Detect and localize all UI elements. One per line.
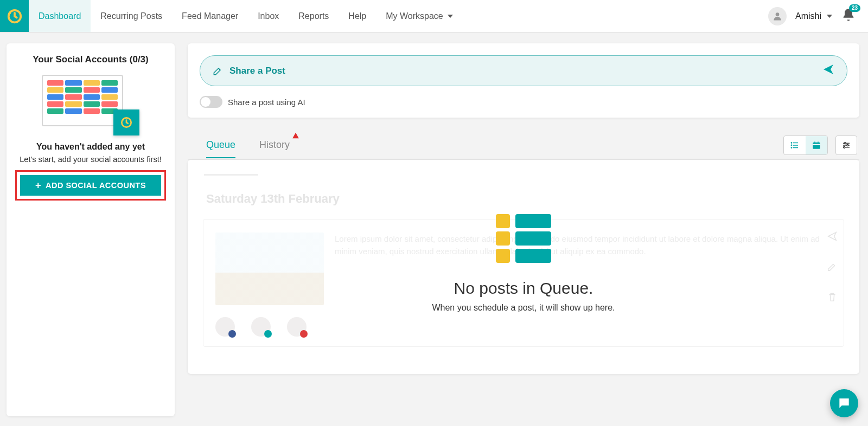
topbar: Dashboard Recurring Posts Feed Manager I… [0,0,868,33]
ghost-date: Saturday 13th February [206,192,850,206]
ai-toggle-label: Share a post using AI [228,98,305,107]
ghost-avatar [215,317,235,337]
main-column: Share a Post Share a post using AI Queue… [188,43,859,416]
tab-history-label: History [259,139,290,150]
share-card: Share a Post Share a post using AI [188,43,859,118]
share-post-input[interactable]: Share a Post [200,55,847,86]
page-body: Your Social Accounts (0/3) You haven't a… [0,33,868,416]
app-logo[interactable] [0,0,29,32]
nav-feed-manager[interactable]: Feed Manager [172,0,248,32]
nav-workspace-label: My Workspace [386,11,443,21]
share-post-label: Share a Post [229,66,285,76]
accounts-title: Your Social Accounts (0/3) [14,54,167,65]
nav-workspace[interactable]: My Workspace [376,0,463,32]
caret-down-icon [448,15,453,18]
topbar-right: Amishi 23 [768,0,868,32]
accounts-desc: Let's start, add your social accounts fi… [14,155,167,164]
nav-recurring[interactable]: Recurring Posts [91,0,172,32]
add-button-label: ADD SOCIAL ACCOUNTS [46,181,146,190]
notifications-bell[interactable]: 23 [841,8,856,25]
ghost-avatar [287,317,307,337]
user-name-label: Amishi [795,11,821,21]
main-nav: Dashboard Recurring Posts Feed Manager I… [29,0,463,32]
filter-button[interactable] [835,135,857,155]
ghost-avatars [215,305,832,337]
send-icon[interactable] [822,63,835,79]
tab-history[interactable]: History [259,132,290,158]
notification-count: 23 [849,4,860,12]
social-accounts-card: Your Social Accounts (0/3) You haven't a… [7,43,175,416]
user-menu[interactable]: Amishi [795,11,832,21]
ai-toggle[interactable] [200,96,222,108]
view-toggles: M [783,135,857,155]
ghost-image [215,233,324,305]
queue-card: Saturday 13th February Lorem ipsum dolor… [188,160,859,374]
svg-point-19 [844,146,845,148]
nav-inbox[interactable]: Inbox [248,0,289,32]
tab-queue[interactable]: Queue [206,132,235,158]
nav-reports[interactable]: Reports [289,0,339,32]
svg-point-17 [844,142,846,144]
svg-point-18 [847,144,848,146]
svg-point-6 [791,142,792,143]
nav-help[interactable]: Help [339,0,376,32]
caret-down-icon [827,15,832,18]
svg-point-1 [776,12,780,16]
share-icon [826,230,838,242]
compose-icon [212,66,223,76]
ghost-divider [204,174,258,176]
highlight-frame: + ADD SOCIAL ACCOUNTS [15,170,166,201]
accounts-subtitle: You haven't added any yet [14,142,167,152]
delete-icon [826,291,838,303]
ghost-actions [826,230,838,303]
add-social-accounts-button[interactable]: + ADD SOCIAL ACCOUNTS [20,175,161,196]
chat-fab[interactable] [830,389,858,417]
nav-dashboard[interactable]: Dashboard [29,0,91,32]
accounts-illustration [42,70,139,135]
user-avatar[interactable] [768,7,787,25]
svg-point-7 [791,145,792,146]
tabs-row: Queue History M [188,131,859,160]
svg-point-8 [791,147,792,148]
calendar-view-button[interactable]: M [806,136,827,154]
warning-icon [292,131,299,138]
ghost-avatar [251,317,271,337]
share-ai-row: Share a post using AI [200,96,847,108]
svg-text:M: M [815,145,818,148]
view-toggle-group: M [783,135,828,155]
edit-icon [826,261,838,273]
list-view-button[interactable] [784,136,806,154]
ghost-post: Lorem ipsum dolor sit amet, consectetur … [203,219,844,347]
